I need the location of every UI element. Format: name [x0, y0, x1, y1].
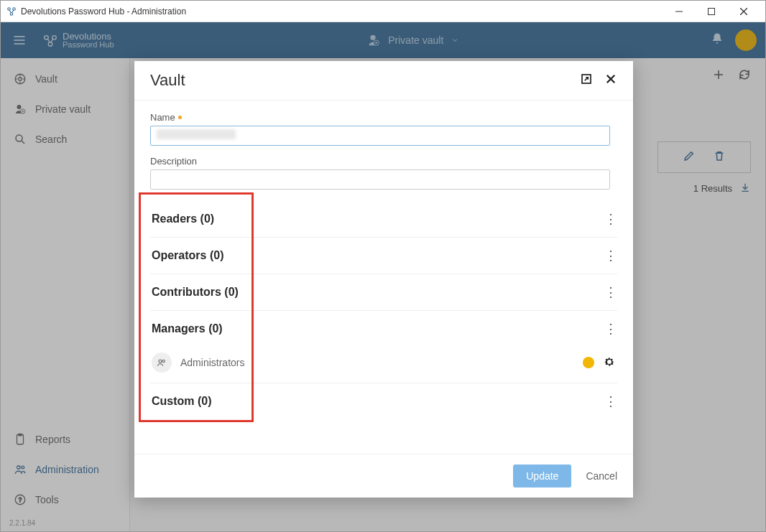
- name-input[interactable]: [150, 126, 610, 146]
- role-operators-title: Operators (0): [152, 249, 223, 262]
- role-managers-menu[interactable]: ⋮: [604, 321, 616, 337]
- role-readers-title: Readers (0): [152, 213, 214, 225]
- svg-point-1: [13, 7, 16, 10]
- role-member-row: Administrators: [150, 347, 617, 383]
- role-member-name: Administrators: [180, 357, 244, 368]
- description-label: Description: [150, 156, 617, 167]
- app-icon: [6, 6, 17, 17]
- svg-point-2: [10, 12, 13, 15]
- member-badge: [583, 357, 594, 368]
- close-modal-button[interactable]: [604, 73, 617, 88]
- close-window-button[interactable]: [727, 1, 760, 22]
- vault-modal: Vault Name Description Readers (0) ⋮: [134, 61, 633, 498]
- role-readers-menu[interactable]: ⋮: [604, 211, 616, 227]
- svg-rect-4: [708, 8, 714, 14]
- description-input[interactable]: [150, 169, 610, 190]
- maximize-button[interactable]: [695, 1, 727, 22]
- svg-point-37: [162, 360, 165, 362]
- modal-title: Vault: [150, 71, 185, 90]
- role-managers-title: Managers (0): [152, 322, 223, 335]
- svg-point-36: [159, 360, 162, 363]
- cancel-button[interactable]: Cancel: [586, 470, 617, 482]
- popout-button[interactable]: [580, 73, 593, 88]
- group-icon: [152, 353, 172, 373]
- window-controls: [663, 1, 760, 22]
- update-button[interactable]: Update: [513, 465, 571, 487]
- role-custom-menu[interactable]: ⋮: [604, 393, 616, 409]
- role-contributors-menu[interactable]: ⋮: [604, 284, 616, 300]
- svg-point-0: [8, 7, 11, 10]
- role-operators-menu[interactable]: ⋮: [604, 248, 616, 263]
- role-custom-title: Custom (0): [152, 395, 212, 408]
- name-label: Name: [150, 112, 617, 123]
- member-settings-button[interactable]: [603, 355, 616, 370]
- required-indicator: [178, 116, 182, 119]
- window-title: Devolutions Password Hub - Administratio…: [21, 6, 663, 17]
- window-titlebar: Devolutions Password Hub - Administratio…: [1, 1, 765, 22]
- role-contributors-title: Contributors (0): [152, 286, 239, 299]
- minimize-button[interactable]: [663, 1, 695, 22]
